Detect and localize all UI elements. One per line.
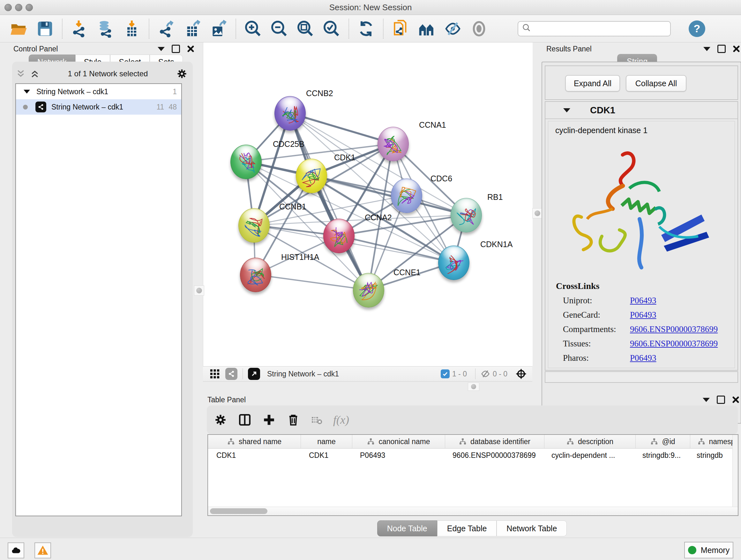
crosslink-link[interactable]: P06493: [630, 296, 657, 306]
hide-selected-button[interactable]: [443, 19, 463, 39]
collection-expand-icon[interactable]: [23, 90, 30, 94]
network-node-CCNA1[interactable]: [378, 127, 409, 161]
import-table-button[interactable]: [122, 19, 142, 39]
protein-thumbnail: [280, 104, 300, 125]
network-node-CDC25B[interactable]: [230, 145, 262, 179]
gene-expand-icon[interactable]: [563, 108, 570, 112]
column-header-database-identifier[interactable]: database identifier: [445, 435, 544, 448]
network-node-HIST1H1A[interactable]: [240, 258, 271, 292]
panel-menu-icon[interactable]: [703, 47, 711, 51]
import-network-from-database-button[interactable]: [96, 19, 116, 39]
birds-eye-view-icon[interactable]: [515, 368, 527, 380]
table-cell[interactable]: CDK1: [208, 449, 300, 462]
network-collection-row[interactable]: String Network – cdk1 1: [16, 84, 181, 99]
close-panel-icon[interactable]: [732, 396, 739, 403]
warnings-button[interactable]: [35, 543, 51, 558]
export-image-button[interactable]: [209, 19, 228, 39]
close-panel-icon[interactable]: [733, 45, 740, 52]
delete-column-icon[interactable]: [286, 413, 300, 427]
table-row[interactable]: CDK1CDK1P064939606.ENSP00000378699cyclin…: [208, 449, 738, 462]
network-node-CCNB1[interactable]: [239, 208, 270, 243]
crosslink-link[interactable]: 9606.ENSP00000378699: [630, 339, 718, 349]
gene-section-header[interactable]: CDK1: [545, 102, 738, 119]
grid-view-icon[interactable]: [209, 368, 220, 379]
table-cell[interactable]: CDK1: [300, 449, 352, 462]
zoom-in-button[interactable]: [243, 19, 263, 39]
network-node-CCNE1[interactable]: [353, 273, 384, 307]
first-neighbors-button[interactable]: [417, 19, 436, 39]
table-cell[interactable]: P06493: [352, 449, 444, 462]
scrollbar-thumb[interactable]: [210, 508, 267, 514]
network-node-CCNB2[interactable]: [274, 96, 306, 131]
table-vertical-scrollbar[interactable]: [732, 435, 738, 515]
cloud-status-button[interactable]: [8, 543, 24, 558]
tab-network-table[interactable]: Network Table: [496, 520, 567, 537]
export-table-button[interactable]: [183, 19, 202, 39]
table-cell[interactable]: cyclin-dependent ...: [543, 449, 634, 462]
left-splitter-handle[interactable]: [194, 286, 204, 296]
column-header-@id[interactable]: @id: [636, 435, 690, 448]
float-panel-icon[interactable]: [172, 45, 180, 53]
expand-all-networks-icon[interactable]: [30, 69, 40, 78]
shared-column-icon: [227, 438, 235, 445]
table-options-gear-icon[interactable]: [214, 413, 227, 427]
close-panel-icon[interactable]: [187, 45, 194, 52]
apply-layout-button[interactable]: [356, 19, 376, 39]
network-node-RB1[interactable]: [451, 198, 482, 233]
zoom-fit-button[interactable]: [295, 19, 315, 39]
node-table[interactable]: shared namenamecanonical namedatabase id…: [207, 434, 738, 516]
crosslink-link[interactable]: P06493: [630, 310, 657, 320]
table-horizontal-scrollbar[interactable]: [208, 507, 738, 515]
column-header-namespace[interactable]: namespace: [690, 435, 738, 448]
import-network-icon: [71, 20, 88, 38]
toolbar-separator: [243, 368, 243, 379]
column-header-shared-name[interactable]: shared name: [208, 435, 301, 448]
float-panel-icon[interactable]: [718, 45, 726, 53]
tab-node-table[interactable]: Node Table: [377, 520, 437, 537]
network-node-CDKN1A[interactable]: [438, 246, 469, 280]
table-cell[interactable]: 9606.ENSP00000378699: [444, 449, 543, 462]
save-session-button[interactable]: [35, 19, 55, 39]
collapse-all-button[interactable]: Collapse All: [626, 75, 686, 91]
network-row[interactable]: String Network – cdk1 11 48: [16, 99, 181, 115]
memory-button[interactable]: Memory: [684, 542, 733, 558]
panel-menu-icon[interactable]: [703, 398, 710, 402]
tab-edge-table[interactable]: Edge Table: [437, 520, 497, 537]
collapse-all-networks-icon[interactable]: [16, 69, 25, 78]
selected-nodes-checkbox[interactable]: [441, 369, 450, 378]
crosslink-link[interactable]: P06493: [630, 353, 657, 363]
node-label-RB1: RB1: [487, 192, 503, 202]
column-header-description[interactable]: description: [544, 435, 636, 448]
open-in-window-icon[interactable]: [248, 368, 260, 380]
network-node-CCNA2[interactable]: [323, 219, 354, 253]
network-options-gear-icon[interactable]: [176, 68, 188, 79]
network-edge[interactable]: [339, 236, 454, 262]
export-network-button[interactable]: [156, 19, 176, 39]
help-button[interactable]: ?: [689, 20, 705, 37]
crosslinks-section: CrossLinks Uniprot:P06493GeneCard:P06493…: [556, 281, 718, 363]
zoom-selected-button[interactable]: [322, 19, 341, 39]
column-header-canonical-name[interactable]: canonical name: [352, 435, 445, 448]
clone-network-button[interactable]: [391, 19, 410, 39]
table-cell[interactable]: stringdb: [688, 449, 738, 462]
expand-all-button[interactable]: Expand All: [565, 75, 620, 91]
zoom-out-button[interactable]: [269, 19, 289, 39]
show-columns-icon[interactable]: [238, 413, 252, 427]
open-file-button[interactable]: [9, 19, 29, 39]
float-panel-icon[interactable]: [717, 395, 725, 404]
show-graphics-details-button[interactable]: [469, 19, 489, 39]
column-header-name[interactable]: name: [301, 435, 352, 448]
network-canvas[interactable]: CCNB2CCNA1CDC25BCDK1CDC6RB1CCNB1CCNA2CDK…: [203, 43, 533, 366]
results-scrollbar-track[interactable]: [545, 371, 738, 383]
crosslink-link[interactable]: 9606.ENSP00000378699: [630, 324, 718, 334]
title-bar: Session: New Session: [0, 0, 741, 15]
panel-menu-icon[interactable]: [158, 47, 165, 51]
add-column-icon[interactable]: [262, 413, 276, 427]
import-network-button[interactable]: [70, 19, 89, 39]
network-node-CDK1[interactable]: [296, 159, 327, 193]
network-node-CDC6[interactable]: [391, 179, 422, 213]
network-edge[interactable]: [255, 274, 368, 290]
table-cell[interactable]: stringdb:9...: [634, 449, 688, 462]
search-input[interactable]: [518, 21, 671, 37]
string-view-icon[interactable]: [225, 368, 238, 380]
